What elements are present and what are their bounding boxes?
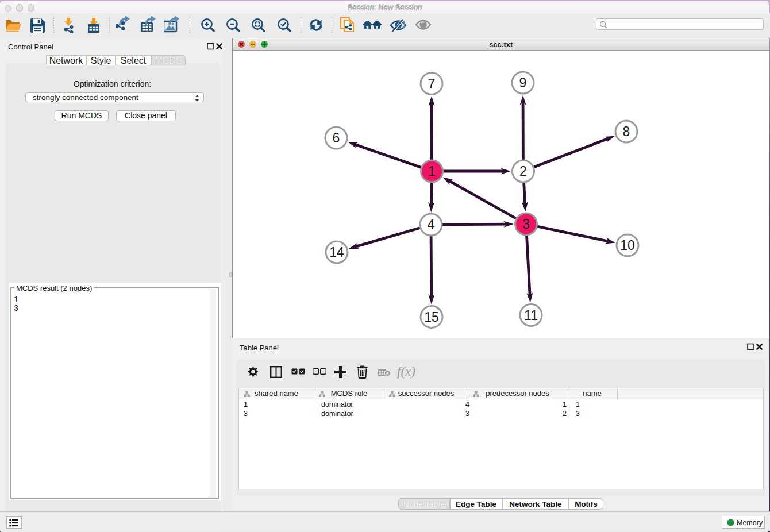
svg-text:10: 10: [620, 238, 635, 253]
svg-text:4: 4: [428, 217, 435, 232]
svg-text:8: 8: [623, 124, 630, 139]
svg-text:3: 3: [522, 217, 530, 232]
svg-text:1: 1: [428, 164, 436, 179]
svg-text:9: 9: [519, 75, 527, 90]
svg-text:7: 7: [428, 76, 436, 91]
svg-text:14: 14: [329, 245, 344, 260]
svg-text:2: 2: [519, 164, 527, 179]
svg-text:6: 6: [333, 130, 340, 145]
svg-text:11: 11: [524, 308, 538, 323]
svg-text:15: 15: [424, 310, 439, 325]
